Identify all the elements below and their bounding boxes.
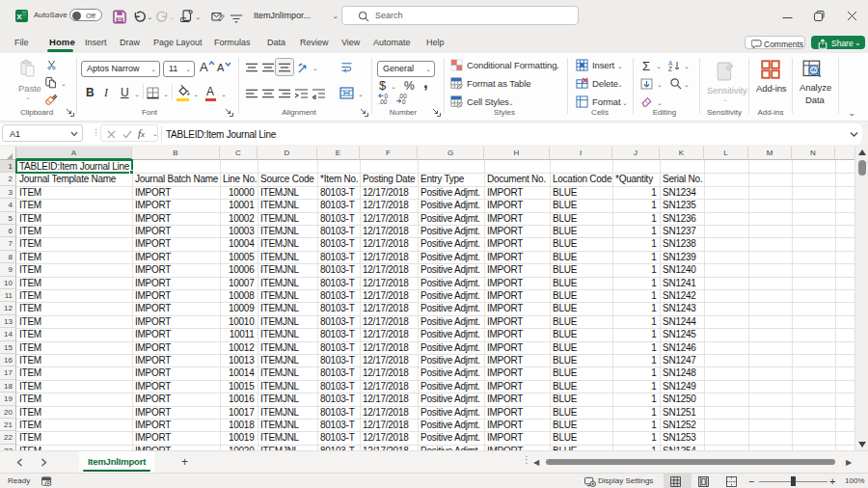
svg-text:.00: .00 [378,98,387,104]
svg-text:Z: Z [668,66,672,71]
svg-text:X: X [16,13,22,21]
svg-text:0: 0 [402,98,406,104]
